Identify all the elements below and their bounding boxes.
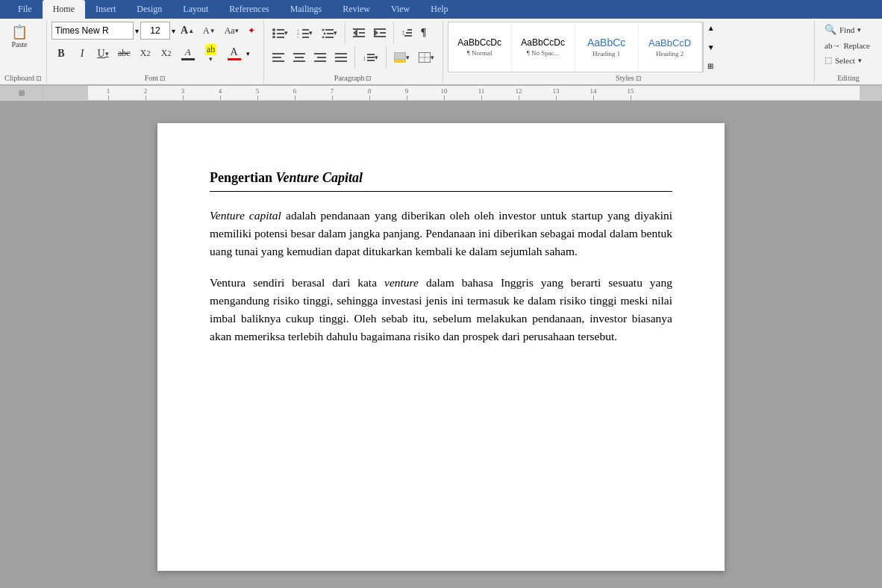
decrease-indent-button[interactable] [349, 25, 369, 41]
line-spacing-button[interactable]: ↕ ▾ [359, 49, 382, 66]
svg-rect-36 [314, 53, 326, 54]
bullet-list-button[interactable]: ▾ [269, 25, 292, 41]
svg-rect-28 [406, 32, 412, 34]
svg-rect-31 [272, 57, 281, 58]
svg-rect-33 [293, 53, 305, 54]
document-paragraph-1: Venture capital adalah pendanaan yang di… [210, 207, 672, 260]
document-heading: Pengertian Venture Capital [210, 168, 672, 192]
tab-bar: File Home Insert Design Layout Reference… [0, 0, 882, 19]
svg-rect-25 [374, 36, 386, 37]
tab-insert[interactable]: Insert [85, 0, 126, 19]
increase-font-size-button[interactable]: A▲ [177, 22, 198, 39]
svg-point-4 [272, 36, 275, 38]
font-expand-button[interactable]: ⊡ [160, 75, 166, 82]
clear-formatting-button[interactable]: ✦ [244, 22, 259, 39]
replace-icon: ab→ [825, 41, 840, 50]
show-paragraph-button[interactable]: ¶ [417, 25, 431, 41]
tab-view[interactable]: View [381, 0, 420, 19]
styles-scroll-up[interactable]: ▲ [705, 23, 717, 33]
align-right-button[interactable] [310, 49, 330, 66]
svg-rect-3 [277, 33, 284, 34]
svg-rect-46 [394, 52, 406, 60]
heading-normal-text: Pengertian [210, 170, 275, 185]
styles-gallery: AaBbCcDc ¶ Normal AaBbCcDc ¶ No Spac... … [448, 22, 703, 72]
justify-button[interactable] [331, 49, 351, 66]
svg-rect-39 [335, 53, 347, 54]
tab-references[interactable]: References [219, 0, 279, 19]
style-no-spacing[interactable]: AaBbCcDc ¶ No Spac... [512, 22, 575, 72]
highlight-button[interactable]: ab ▾ [200, 42, 222, 65]
svg-rect-19 [353, 28, 365, 30]
font-color-a-button[interactable]: A [224, 44, 245, 63]
svg-rect-45 [367, 60, 375, 61]
align-left-button[interactable] [269, 49, 288, 66]
font-name-dropdown[interactable]: ▾ [135, 27, 139, 35]
replace-button[interactable]: ab→ Replace [819, 39, 875, 52]
editing-group: 🔍 Find ▾ ab→ Replace ⬚ Select ▾ Editing [815, 20, 882, 83]
number-list-button[interactable]: 1.2.3. ▾ [293, 25, 316, 41]
multilevel-list-button[interactable]: ▾ [318, 25, 341, 41]
styles-more[interactable]: ⊞ [705, 61, 717, 71]
tab-help[interactable]: Help [420, 0, 458, 19]
borders-button[interactable]: ▾ [415, 49, 438, 66]
svg-rect-13 [325, 29, 334, 31]
heading-italic-text: Venture Capital [275, 170, 363, 185]
ruler: ⊞ 123456789101112131415 [0, 86, 882, 101]
styles-expand-button[interactable]: ⊡ [636, 75, 642, 82]
shading-button[interactable]: ▾ [390, 49, 413, 66]
svg-rect-1 [277, 29, 284, 31]
font-name-input[interactable] [51, 22, 134, 40]
tab-design[interactable]: Design [126, 0, 172, 19]
subscript-button[interactable]: X2 [136, 46, 155, 62]
font-size-input[interactable] [140, 22, 170, 40]
sort-button[interactable]: ↕ [398, 25, 416, 41]
svg-rect-40 [335, 57, 347, 58]
para2-italic-text: venture [384, 276, 419, 289]
italic-button[interactable]: I [72, 46, 92, 62]
clipboard-expand[interactable]: ⊡ [36, 75, 42, 82]
document-paragraph-2: Ventura sendiri berasal dari kata ventur… [210, 274, 672, 345]
tab-mailings[interactable]: Mailings [280, 0, 333, 19]
paragraph-expand-button[interactable]: ⊡ [366, 75, 372, 82]
svg-point-2 [272, 32, 275, 35]
align-center-button[interactable] [290, 49, 309, 66]
svg-rect-23 [374, 28, 386, 30]
svg-rect-9 [302, 33, 309, 34]
styles-scroll-down[interactable]: ▼ [705, 43, 717, 52]
tab-layout[interactable]: Layout [172, 0, 219, 19]
para1-italic-text: Venture capital [210, 209, 281, 222]
svg-rect-21 [353, 36, 365, 37]
font-group-label: Font ⊡ [51, 72, 259, 83]
strikethrough-button[interactable]: abc [114, 46, 134, 62]
change-case-button[interactable]: Aa▾ [221, 22, 243, 39]
document-area: Pengertian Venture Capital Venture capit… [0, 101, 882, 588]
bold-button[interactable]: B [51, 46, 71, 62]
paragraph-group: ▾ 1.2.3. ▾ ▾ [264, 20, 443, 83]
style-heading2[interactable]: AaBbCcD Heading 2 [639, 22, 702, 72]
increase-indent-button[interactable] [370, 25, 390, 41]
document-page[interactable]: Pengertian Venture Capital Venture capit… [157, 123, 725, 571]
editing-group-label: Editing [819, 72, 878, 83]
font-color-button[interactable]: A [178, 44, 198, 63]
style-heading1[interactable]: AaBbCc Heading 1 [575, 22, 639, 72]
styles-group-label: Styles ⊡ [448, 72, 810, 83]
superscript-button[interactable]: X2 [157, 46, 176, 62]
select-button[interactable]: ⬚ Select ▾ [819, 53, 875, 67]
font-size-dropdown[interactable]: ▾ [172, 27, 175, 35]
svg-rect-35 [293, 60, 305, 62]
tab-review[interactable]: Review [332, 0, 381, 19]
underline-button[interactable]: U▾ [93, 46, 113, 62]
tab-home[interactable]: Home [43, 0, 85, 19]
svg-rect-17 [325, 37, 334, 38]
styles-scroll[interactable]: ▲ ▼ ⊞ [703, 22, 719, 72]
tab-file[interactable]: File [7, 0, 43, 19]
ribbon: 📋 Paste Clipboard ⊡ ▾ ▾ A▲ [0, 19, 882, 86]
style-normal[interactable]: AaBbCcDc ¶ Normal [448, 22, 512, 72]
svg-rect-5 [277, 37, 284, 38]
find-button[interactable]: 🔍 Find ▾ [819, 22, 875, 38]
decrease-font-size-button[interactable]: A▼ [199, 22, 219, 39]
paste-button[interactable]: 📋 Paste [4, 22, 34, 51]
svg-marker-18 [353, 29, 357, 37]
svg-rect-41 [335, 60, 347, 62]
svg-rect-11 [302, 37, 309, 38]
